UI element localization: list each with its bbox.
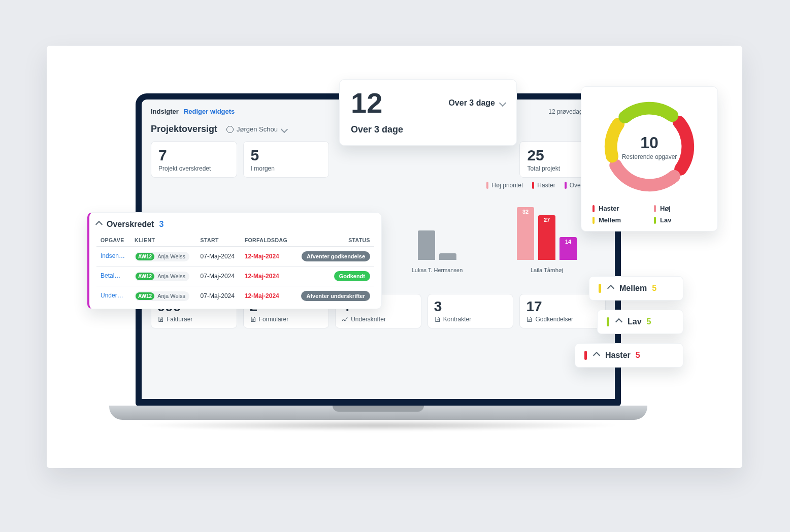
priority-pill[interactable]: Mellem 5 — [589, 276, 683, 301]
chart-legend: Høj prioritet Haster Overskred… — [151, 182, 606, 189]
cell-start: 07-Maj-2024 — [196, 247, 241, 267]
summary-cards-row: 7 Projekt overskredet 5 I morgen 25 Tota… — [151, 141, 606, 178]
table-row[interactable]: Indsen… AW12 Anja Weiss 07-Maj-2024 12-M… — [96, 247, 374, 267]
chart-bar[interactable]: 14 — [559, 237, 577, 260]
edit-widgets-link[interactable]: Rediger widgets — [184, 108, 235, 115]
th-status[interactable]: STATUS — [294, 234, 374, 247]
priority-name: Mellem — [619, 284, 647, 293]
chart-axis-label: Lukas T. Hermansen — [382, 267, 492, 273]
task-card-title: Overskredet — [107, 220, 154, 229]
client-tag: AW12 — [136, 273, 154, 280]
th-forfaldsdag[interactable]: FORFALDSDAG — [241, 234, 294, 247]
pending-card-label: Underskrifter — [351, 316, 386, 323]
status-badge: Afventer underskrifter — [301, 291, 370, 301]
priority-name: Lav — [628, 317, 642, 326]
th-opgave[interactable]: OPGAVE — [96, 234, 130, 247]
cell-start: 07-Maj-2024 — [196, 286, 241, 306]
chevron-down-icon — [281, 125, 288, 132]
cell-due: 12-Maj-2024 — [241, 267, 294, 286]
swatch-lav — [654, 217, 656, 224]
task-link[interactable]: Under… — [101, 292, 123, 299]
pending-card-value: 3 — [434, 300, 507, 314]
pending-card-label: Kontrakter — [443, 316, 471, 323]
priority-name: Haster — [605, 351, 631, 360]
legend-hoj: Høj — [660, 205, 671, 212]
overskredet-task-card: Overskredet 3 OPGAVE KLIENT START FORFAL… — [87, 212, 382, 309]
chart-bar[interactable] — [418, 230, 435, 260]
swatch-haster — [592, 205, 595, 212]
legend-lav: Lav — [660, 216, 671, 224]
table-row[interactable]: Under… AW12 Anja Weiss 07-Maj-2024 12-Ma… — [96, 286, 374, 306]
priority-pill-stack: Mellem 5 Lav 5 Haster 5 — [589, 276, 683, 368]
donut-center-value: 10 — [640, 134, 659, 152]
priority-pill[interactable]: Haster 5 — [575, 343, 683, 368]
chevron-down-icon — [499, 99, 506, 107]
chart-bar[interactable]: 32 — [517, 207, 534, 260]
client-name: Anja Weiss — [157, 293, 185, 299]
over3-range-dropdown[interactable]: Over 3 dage — [448, 98, 505, 108]
pending-card-label: Formularer — [259, 316, 289, 323]
over3-range-label: Over 3 dage — [448, 98, 495, 108]
priority-stripe — [599, 284, 601, 293]
pending-card-label: Fakturaer — [167, 316, 192, 323]
cell-due: 12-Maj-2024 — [241, 247, 294, 267]
table-row[interactable]: Betal… AW12 Anja Weiss 07-Maj-2024 12-Ma… — [96, 267, 374, 286]
swatch-overskredet — [565, 182, 567, 189]
card-label: Projekt overskredet — [158, 165, 229, 172]
tasks-table: OPGAVE KLIENT START FORFALDSDAG STATUS I… — [96, 234, 374, 306]
th-start[interactable]: START — [196, 234, 241, 247]
status-badge: Godkendt — [334, 271, 370, 281]
avatar-icon — [226, 126, 234, 133]
chevron-up-icon — [615, 318, 622, 325]
priority-pill[interactable]: Lav 5 — [597, 310, 683, 334]
client-tag: AW12 — [136, 253, 154, 260]
over3-subtitle: Over 3 dage — [351, 124, 505, 135]
remaining-tasks-donut-card: 10 Resterende opgaver Haster Høj Mellem … — [581, 86, 718, 231]
client-tag: AW12 — [136, 292, 154, 300]
swatch-mellem — [592, 217, 595, 224]
chevron-up-icon — [593, 352, 600, 359]
card-i-morgen[interactable]: 5 I morgen — [243, 141, 330, 178]
approvals-icon — [526, 316, 532, 322]
signature-icon — [342, 316, 348, 322]
cell-due: 12-Maj-2024 — [241, 286, 294, 306]
priority-stripe — [584, 351, 587, 360]
legend-mellem: Mellem — [599, 216, 621, 224]
card-value: 5 — [251, 148, 322, 163]
priority-count: 5 — [636, 351, 640, 360]
pending-card-value: 17 — [526, 300, 599, 314]
person-filter-dropdown[interactable]: Jørgen Schou — [222, 123, 291, 135]
chart-group — [382, 192, 492, 260]
th-klient[interactable]: KLIENT — [130, 234, 196, 247]
over-3-dage-card: 12 Over 3 dage Over 3 dage — [339, 79, 517, 146]
chevron-up-icon[interactable] — [95, 221, 103, 228]
card-projekt-overskredet[interactable]: 7 Projekt overskredet — [151, 141, 237, 178]
person-name: Jørgen Schou — [237, 125, 278, 133]
invoice-icon — [157, 316, 163, 322]
swatch-hoj — [654, 205, 656, 212]
chart-bar[interactable]: 27 — [538, 215, 555, 260]
priority-count: 5 — [652, 284, 656, 293]
legend-haster: Haster — [537, 182, 555, 189]
client-chip[interactable]: AW12 Anja Weiss — [135, 291, 189, 301]
task-link[interactable]: Betal… — [101, 272, 120, 279]
contract-icon — [434, 316, 440, 322]
pending-card-label: Godkendelser — [535, 316, 573, 323]
legend-haster: Haster — [599, 205, 619, 212]
chart-bar[interactable] — [439, 253, 456, 260]
pending-card[interactable]: 3 Kontrakter — [427, 294, 514, 328]
insights-label: Indsigter — [151, 108, 179, 115]
priority-count: 5 — [647, 317, 651, 326]
task-link[interactable]: Indsen… — [101, 252, 125, 259]
status-badge: Afventer godkendelse — [302, 251, 370, 261]
donut-center-label: Resterende opgaver — [622, 153, 677, 160]
chart-axis-label: Laila Tårnhøj — [492, 267, 602, 273]
chevron-up-icon — [607, 285, 614, 292]
card-value: 7 — [158, 148, 229, 163]
priority-stripe — [607, 317, 609, 326]
section-title-projektoversigt: Projektoversigt — [151, 124, 217, 135]
client-chip[interactable]: AW12 Anja Weiss — [135, 252, 189, 261]
client-chip[interactable]: AW12 Anja Weiss — [135, 272, 189, 281]
legend-hoj-prioritet: Høj prioritet — [491, 182, 523, 189]
client-name: Anja Weiss — [157, 273, 185, 279]
